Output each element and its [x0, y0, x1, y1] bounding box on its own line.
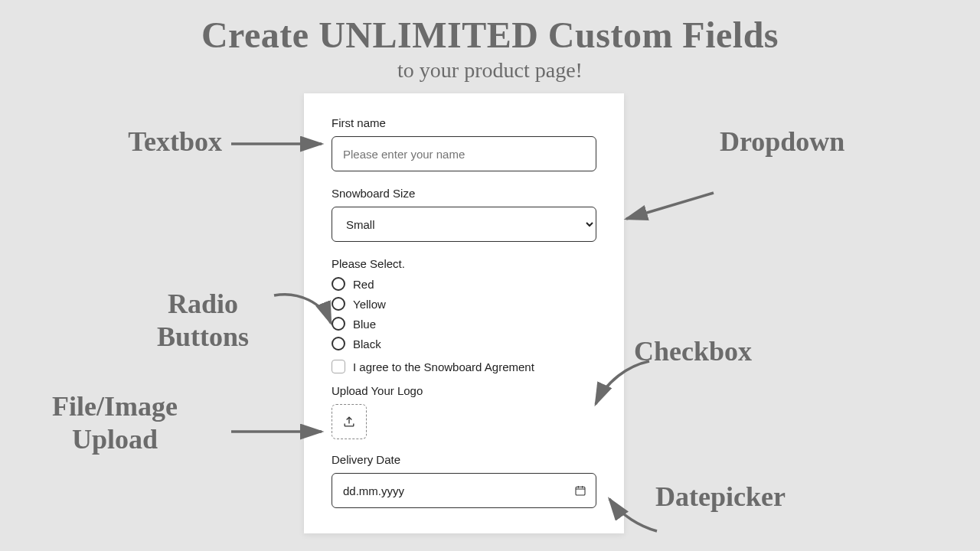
annotation-datepicker: Datepicker — [655, 481, 885, 514]
annotation-checkbox: Checkbox — [634, 335, 833, 368]
annotation-radio-line1: Radio — [168, 289, 238, 319]
radio-option-red[interactable]: Red — [332, 277, 596, 291]
radio-icon — [332, 337, 345, 350]
size-label: Snowboard Size — [332, 187, 596, 200]
svg-rect-0 — [576, 487, 585, 495]
annotation-radio-line2: Buttons — [157, 321, 249, 352]
subheadline: to your product page! — [0, 58, 980, 83]
annotation-upload-line1: File/Image — [52, 391, 178, 422]
radio-option-label: Black — [353, 337, 381, 350]
annotation-upload-line2: Upload — [72, 424, 158, 455]
arrow-radio — [268, 289, 341, 332]
annotation-radio: Radio Buttons — [122, 288, 283, 354]
radio-option-label: Yellow — [353, 298, 386, 311]
annotation-upload: File/Image Upload — [0, 390, 230, 456]
arrow-upload — [230, 419, 334, 447]
arrow-textbox — [230, 132, 334, 159]
calendar-icon — [574, 484, 586, 497]
date-value: dd.mm.yyyy — [343, 484, 404, 497]
date-input[interactable]: dd.mm.yyyy — [332, 473, 596, 508]
annotation-dropdown: Dropdown — [720, 126, 934, 158]
checkbox-icon — [332, 360, 345, 373]
agree-checkbox-row[interactable]: I agree to the Snowboard Agrement — [332, 360, 596, 373]
arrow-checkbox — [590, 358, 658, 412]
radio-option-yellow[interactable]: Yellow — [332, 297, 596, 311]
form-card: First name Snowboard Size Small Please S… — [304, 93, 624, 533]
radio-option-black[interactable]: Black — [332, 337, 596, 350]
upload-icon — [341, 414, 357, 429]
radio-option-label: Blue — [353, 318, 376, 331]
radio-option-label: Red — [353, 278, 374, 291]
first-name-label: First name — [332, 116, 596, 129]
radio-group-label: Please Select. — [332, 257, 596, 270]
annotation-textbox: Textbox — [54, 126, 222, 158]
radio-option-blue[interactable]: Blue — [332, 317, 596, 331]
agree-label: I agree to the Snowboard Agrement — [353, 360, 534, 373]
size-select[interactable]: Small — [332, 207, 596, 242]
upload-label: Upload Your Logo — [332, 384, 596, 397]
first-name-input[interactable] — [332, 136, 596, 171]
arrow-datepicker — [605, 494, 668, 537]
upload-button[interactable] — [332, 404, 367, 439]
arrow-dropdown — [612, 190, 720, 228]
date-label: Delivery Date — [332, 453, 596, 466]
headline: Create UNLIMITED Custom Fields — [0, 14, 980, 56]
